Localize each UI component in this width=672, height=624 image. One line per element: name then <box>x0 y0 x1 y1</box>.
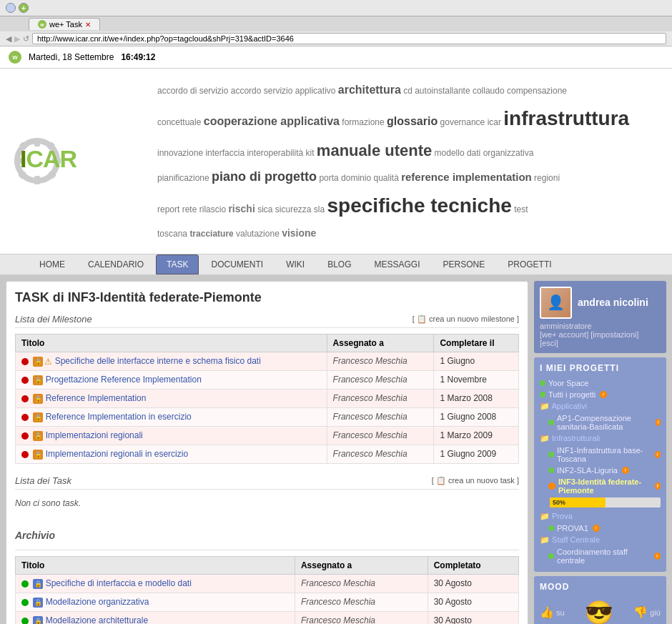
impostazioni-link[interactable]: impostazioni <box>593 330 636 339</box>
project-inf3[interactable]: INF3-Identità federate-Piemonte r <box>540 476 661 496</box>
tag-valutazione[interactable]: valutazione <box>236 229 280 239</box>
nav-task[interactable]: TASK <box>156 254 199 274</box>
forward-button[interactable]: ▶ <box>14 34 20 44</box>
tag-kit[interactable]: kit <box>306 148 315 158</box>
new-tab-button[interactable]: + <box>19 3 29 13</box>
tag-collaudo[interactable]: collaudo <box>473 86 505 96</box>
mood-down-button[interactable]: 👎 giù <box>633 605 661 619</box>
back-button[interactable]: ◀ <box>6 34 11 44</box>
tag-visione[interactable]: visione <box>282 227 316 239</box>
tag-infrastruttura[interactable]: infrastruttura <box>503 107 629 129</box>
project-ap1[interactable]: AP1-Compensazione sanitaria-Basilicata r <box>540 412 661 432</box>
project-tutti[interactable]: Tutti i progetti r <box>540 389 661 400</box>
mood-up-button[interactable]: 👍 su <box>540 605 565 619</box>
nav-persone[interactable]: PERSONE <box>433 254 496 274</box>
project-coordinamento[interactable]: Coordinamento staff centrale r <box>540 546 661 566</box>
tag-toscana[interactable]: toscana <box>157 229 187 239</box>
tag-innovazione[interactable]: innovazione <box>157 148 203 158</box>
minimize-button[interactable] <box>6 3 16 13</box>
tag-porta[interactable]: porta dominio <box>319 173 371 183</box>
tag-specifiche[interactable]: specifiche tecniche <box>327 194 512 217</box>
project-yoor-space[interactable]: Yoor Space <box>540 377 661 389</box>
tag-rilascio[interactable]: rilascio <box>199 204 226 214</box>
project-label-coord: Coordinamento staff centrale <box>557 548 650 565</box>
arch-col-assegnato: Assegnato a <box>295 556 428 574</box>
create-milestone-link[interactable]: crea un nuovo milestone <box>429 315 515 323</box>
archive-link[interactable]: Specifiche di interfaccia e modello dati <box>46 578 192 588</box>
tag-rischi[interactable]: rischi <box>228 203 255 214</box>
tag-glossario[interactable]: glossario <box>387 115 438 127</box>
tag-concettuale[interactable]: concettuale <box>157 117 201 127</box>
milestone-action: [ 📋 crea un nuovo milestone ] <box>412 315 519 324</box>
tag-sicurezza[interactable]: sicurezza <box>275 204 312 214</box>
project-inf1[interactable]: INF1-Infrastruttura base-Toscana r <box>540 445 661 465</box>
tag-cooperazione[interactable]: cooperazione applicativa <box>204 115 340 127</box>
tag-report[interactable]: report <box>157 204 179 214</box>
tag-architettura[interactable]: architettura <box>338 84 401 96</box>
tag-tracciature[interactable]: tracciature <box>189 229 233 239</box>
tag-qualita[interactable]: qualità <box>373 173 398 183</box>
tag-sla[interactable]: sla <box>314 204 325 214</box>
task-icons: 🔒 <box>33 450 43 460</box>
tag-organizzativa[interactable]: organizzativa <box>483 148 534 158</box>
create-task-link[interactable]: crea un nuovo task <box>448 476 515 485</box>
tag-icar[interactable]: icar <box>488 117 501 127</box>
project-label-inf2: INF2-SLA-Liguria <box>557 466 618 475</box>
thumb-up-icon: 👍 <box>540 605 554 619</box>
milestone-link[interactable]: Implementazioni regionali in esercizio <box>46 449 188 459</box>
milestone-link[interactable]: Reference Implementation <box>46 393 147 403</box>
esci-link[interactable]: esci <box>542 339 556 347</box>
tag-reference[interactable]: reference implementation <box>401 171 532 183</box>
tag-test[interactable]: test <box>514 204 528 214</box>
we-account-link[interactable]: we+ account <box>542 330 586 339</box>
url-input[interactable] <box>32 33 666 44</box>
archive-assignee: Francesco Meschia <box>295 611 428 624</box>
project-inf2[interactable]: INF2-SLA-Liguria r <box>540 465 661 476</box>
tag-cd[interactable]: cd autoinstallante <box>403 86 470 96</box>
tag-applicativo[interactable]: applicativo <box>295 86 336 96</box>
close-tab-button[interactable]: ✕ <box>85 21 91 29</box>
milestone-row: 🔒 Implementazioni regionali in esercizio… <box>16 445 519 463</box>
tag-accordo-servizio2[interactable]: accordo servizio <box>231 86 293 96</box>
project-prova1[interactable]: PROVA1 r <box>540 523 661 534</box>
tag-manuale[interactable]: manuale utente <box>317 142 432 159</box>
task-action-icon: 📋 <box>436 476 446 485</box>
tag-regioni[interactable]: regioni <box>534 173 560 183</box>
tag-governance[interactable]: governance <box>440 117 485 127</box>
nav-home[interactable]: HOME <box>29 254 76 274</box>
archive-date: 30 Agosto <box>428 593 518 611</box>
tag-piano[interactable]: piano di progetto <box>212 169 317 184</box>
tag-interfaccia[interactable]: interfaccia <box>205 148 244 158</box>
task-icons: 🔒 <box>33 375 43 385</box>
tag-modello[interactable]: modello dati <box>435 148 481 158</box>
refresh-button[interactable]: ↺ <box>23 34 29 44</box>
nav-progetti[interactable]: PROGETTI <box>497 254 562 274</box>
milestone-link[interactable]: Implementazioni regionali <box>46 430 143 440</box>
nav-calendario[interactable]: CALENDARIO <box>77 254 154 274</box>
tag-pianificazione[interactable]: pianificazione <box>157 173 209 183</box>
nav-documenti[interactable]: DOCUMENTI <box>200 254 274 274</box>
nav-blog[interactable]: BLOG <box>317 254 362 274</box>
archive-title-cell: 🔒 Modellazione architetturale <box>16 611 295 624</box>
archive-link[interactable]: Modellazione architetturale <box>46 615 148 624</box>
content-area: TASK di INF3-Identità federate-Piemonte … <box>6 281 528 624</box>
tag-compensazione[interactable]: compensazione <box>507 86 567 96</box>
milestone-assignee: Francesco Meschia <box>327 426 434 445</box>
tag-rete[interactable]: rete <box>182 204 197 214</box>
active-tab[interactable]: w we+ Task ✕ <box>29 18 100 30</box>
lock-icon: 🔒 <box>33 357 43 367</box>
milestone-link[interactable]: Specifiche delle interfacce interne e sc… <box>55 356 261 366</box>
milestone-link[interactable]: Progettazione Reference Implementation <box>46 375 202 385</box>
tag-interoperabilita[interactable]: interoperabilità <box>247 148 303 158</box>
tag-accordo-servizio[interactable]: accordo di servizio <box>157 86 228 96</box>
nav-messaggi[interactable]: MESSAGGI <box>364 254 431 274</box>
avatar-image: 👤 <box>541 288 570 317</box>
archive-title-cell: 🔒 Specifiche di interfaccia e modello da… <box>16 574 295 593</box>
folder-applicativi: 📁 Applicativi <box>540 400 661 412</box>
nav-wiki[interactable]: WIKI <box>275 254 315 274</box>
archive-link[interactable]: Modellazione organizzativa <box>46 597 149 607</box>
tag-sica[interactable]: sica <box>257 204 272 214</box>
no-tasks-message: Non ci sono task. <box>15 495 519 511</box>
milestone-link[interactable]: Reference Implementation in esercizio <box>46 412 192 422</box>
tag-formazione[interactable]: formazione <box>342 117 384 127</box>
